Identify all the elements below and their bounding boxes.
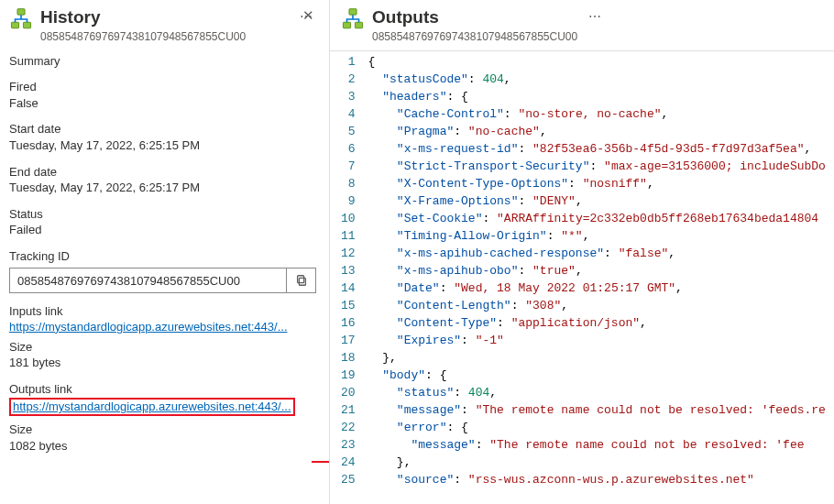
svg-rect-3 xyxy=(299,279,305,286)
status-label: Status xyxy=(9,206,316,223)
history-panel: ✕ History 08585487697697438107948567855C… xyxy=(0,0,330,504)
outputs-run-id: 08585487697697438107948567855CU00 xyxy=(372,30,577,43)
svg-rect-2 xyxy=(23,22,30,28)
svg-rect-8 xyxy=(343,22,350,28)
svg-rect-0 xyxy=(17,9,25,16)
code-editor[interactable]: 1234567891011121314151617181920212223242… xyxy=(330,50,834,504)
copy-button[interactable] xyxy=(286,268,315,292)
start-date-value: Tuesday, May 17, 2022, 6:25:15 PM xyxy=(9,137,316,154)
inputs-size-label: Size xyxy=(9,339,316,356)
inputs-link-label: Inputs link xyxy=(9,303,316,320)
outputs-link[interactable]: https://mystandardlogicapp.azurewebsites… xyxy=(13,400,291,413)
line-gutter: 1234567891011121314151617181920212223242… xyxy=(330,51,365,504)
fired-label: Fired xyxy=(9,79,316,95)
history-title: History xyxy=(40,7,289,28)
start-date-label: Start date xyxy=(9,121,316,137)
history-run-id: 08585487697697438107948567855CU00 xyxy=(40,30,289,43)
inputs-link[interactable]: https://mystandardlogicapp.azurewebsites… xyxy=(9,320,288,334)
tracking-id-label: Tracking ID xyxy=(9,248,316,265)
copy-icon xyxy=(295,274,308,287)
fired-value: False xyxy=(9,95,316,112)
outputs-link-highlight: https://mystandardlogicapp.azurewebsites… xyxy=(9,398,295,416)
end-date-value: Tuesday, May 17, 2022, 6:25:17 PM xyxy=(9,180,316,196)
close-icon[interactable]: ✕ xyxy=(297,5,320,26)
end-date-label: End date xyxy=(9,164,316,181)
svg-rect-9 xyxy=(355,22,362,28)
annotation-arrow-icon xyxy=(312,453,330,471)
workflow-icon xyxy=(9,7,33,31)
tracking-id-input[interactable] xyxy=(10,268,286,292)
svg-rect-1 xyxy=(11,22,18,28)
tracking-id-field xyxy=(9,268,316,293)
outputs-size-label: Size xyxy=(9,422,316,438)
summary-heading: Summary xyxy=(9,53,316,70)
outputs-panel: Outputs 08585487697697438107948567855CU0… xyxy=(330,0,834,504)
workflow-icon xyxy=(341,7,365,31)
inputs-size-value: 181 bytes xyxy=(9,355,316,371)
code-content: { "statusCode": 404, "headers": { "Cache… xyxy=(365,51,826,504)
svg-rect-4 xyxy=(297,276,303,283)
svg-rect-7 xyxy=(349,9,357,16)
status-value: Failed xyxy=(9,222,316,238)
outputs-link-label: Outputs link xyxy=(9,381,316,398)
more-icon[interactable]: ⋯ xyxy=(585,7,605,26)
outputs-title: Outputs xyxy=(372,7,577,28)
outputs-size-value: 1082 bytes xyxy=(9,438,316,455)
